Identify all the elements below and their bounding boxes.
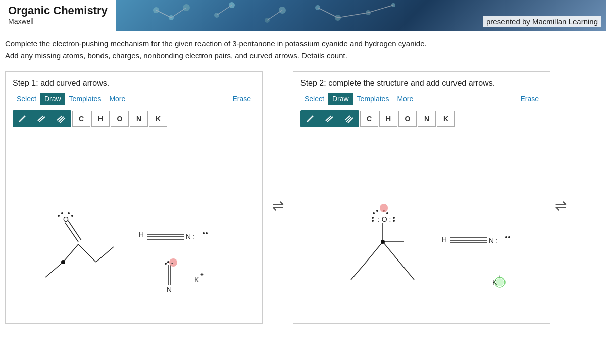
svg-point-86	[496, 278, 504, 286]
svg-line-18	[19, 116, 25, 122]
step2-carbon-button[interactable]: C	[360, 111, 378, 127]
svg-line-71	[383, 242, 399, 262]
step2-single-bond-button[interactable]	[300, 110, 320, 127]
step1-double-bond-button[interactable]	[32, 110, 51, 127]
step1-templates-button[interactable]: Templates	[65, 93, 106, 105]
svg-line-32	[45, 262, 63, 277]
step2-bond-group	[300, 110, 359, 127]
svg-text:N: N	[167, 286, 172, 294]
svg-line-31	[63, 244, 78, 262]
step2-erase-button[interactable]: Erase	[516, 93, 543, 105]
step2-draw-button[interactable]: Draw	[328, 93, 353, 105]
svg-line-4	[171, 8, 186, 18]
svg-line-73	[351, 262, 366, 280]
svg-point-75	[381, 240, 385, 244]
svg-point-59	[376, 210, 378, 212]
step1-select-button[interactable]: Select	[13, 93, 40, 105]
svg-point-42	[206, 232, 208, 234]
svg-text:N :: N :	[489, 237, 498, 245]
step2-potassium-button[interactable]: K	[437, 111, 455, 127]
svg-line-52	[307, 116, 313, 122]
step1-title: Step 1: add curved arrows.	[13, 79, 255, 88]
svg-point-67	[393, 217, 395, 219]
step1-potassium-button[interactable]: K	[149, 111, 167, 127]
step2-select-button[interactable]: Select	[300, 93, 328, 105]
step1-molecule-svg: O H	[13, 133, 255, 310]
svg-point-68	[393, 220, 395, 222]
svg-line-22	[59, 117, 64, 122]
svg-line-23	[60, 118, 65, 123]
header: Organic Chemistry Maxwell presented by M…	[0, 0, 606, 31]
svg-text:N :: N :	[186, 233, 195, 241]
main-content: Step 1: add curved arrows. Select Draw T…	[0, 66, 606, 329]
svg-point-27	[68, 212, 70, 214]
svg-point-28	[71, 215, 73, 217]
svg-point-26	[61, 212, 63, 214]
svg-text:K: K	[194, 276, 199, 284]
svg-point-41	[203, 232, 205, 234]
instruction-line2: Add any missing atoms, bonds, charges, n…	[5, 50, 601, 62]
step1-carbon-button[interactable]: C	[72, 111, 90, 127]
svg-text:+: +	[200, 272, 204, 277]
svg-point-58	[373, 212, 375, 214]
svg-point-62	[380, 204, 388, 212]
step1-triple-bond-button[interactable]	[51, 110, 71, 127]
svg-line-56	[346, 117, 351, 122]
step2-chem-area[interactable]: - : O :	[300, 133, 543, 310]
svg-point-45	[165, 263, 167, 265]
svg-line-33	[78, 244, 96, 262]
svg-text:: O :: : O :	[378, 215, 391, 223]
step1-erase-button[interactable]: Erase	[228, 93, 255, 105]
step1-hydrogen-button[interactable]: H	[91, 111, 110, 127]
step2-title: Step 2: complete the structure and add c…	[300, 79, 543, 88]
header-left: Organic Chemistry Maxwell	[0, 0, 116, 31]
svg-text:O: O	[63, 215, 69, 223]
step2-hydrogen-button[interactable]: H	[379, 111, 397, 127]
svg-point-50	[169, 258, 177, 267]
svg-point-35	[61, 260, 65, 264]
step2-double-bond-button[interactable]	[320, 110, 339, 127]
step1-more-button[interactable]: More	[105, 93, 129, 105]
right-equilibrium-arrow: ⇌	[550, 71, 571, 214]
step2-molecule-svg: - : O :	[300, 133, 543, 310]
svg-point-61	[386, 212, 388, 214]
equilibrium-symbol: ⇌	[272, 197, 284, 214]
instructions: Complete the electron-pushing mechanism …	[0, 31, 606, 66]
step2-draw-tools: C H O N K	[300, 110, 543, 127]
svg-point-66	[372, 220, 374, 222]
svg-text:-: -	[382, 205, 384, 211]
equilibrium-arrow: ⇌	[263, 71, 293, 214]
svg-text:-: -	[171, 259, 173, 266]
step1-chem-area[interactable]: O H	[13, 133, 255, 310]
svg-text:H: H	[139, 230, 144, 238]
presented-by: presented by Macmillan Learning	[483, 16, 601, 27]
svg-line-3	[156, 10, 171, 18]
step1-single-bond-button[interactable]	[13, 110, 32, 127]
right-equilibrium-symbol: ⇌	[555, 197, 567, 214]
step2-triple-bond-button[interactable]	[339, 110, 359, 127]
step2-more-button[interactable]: More	[393, 93, 417, 105]
svg-point-46	[167, 261, 169, 263]
step2-oxygen-button[interactable]: O	[398, 111, 417, 127]
step1-oxygen-button[interactable]: O	[111, 111, 129, 127]
svg-line-7	[217, 5, 232, 15]
svg-line-15	[338, 13, 368, 18]
svg-line-17	[368, 5, 393, 13]
svg-line-57	[348, 118, 353, 123]
step1-nitrogen-button[interactable]: N	[130, 111, 148, 127]
instruction-line1: Complete the electron-pushing mechanism …	[5, 38, 601, 50]
svg-line-70	[366, 242, 383, 262]
step1-draw-button[interactable]: Draw	[40, 93, 65, 105]
app-title: Organic Chemistry	[8, 4, 108, 17]
step1-toolbar: Select Draw Templates More Erase	[13, 93, 255, 105]
step2-panel: Step 2: complete the structure and add c…	[293, 71, 550, 324]
step2-toolbar: Select Draw Templates More Erase	[300, 93, 543, 105]
step1-panel: Step 1: add curved arrows. Select Draw T…	[5, 71, 263, 324]
step2-nitrogen-button[interactable]: N	[418, 111, 436, 127]
svg-point-65	[372, 217, 374, 219]
step2-templates-button[interactable]: Templates	[353, 93, 393, 105]
svg-line-34	[96, 247, 114, 262]
svg-point-81	[505, 236, 507, 238]
step1-bond-group	[13, 110, 71, 127]
svg-line-13	[318, 8, 338, 18]
